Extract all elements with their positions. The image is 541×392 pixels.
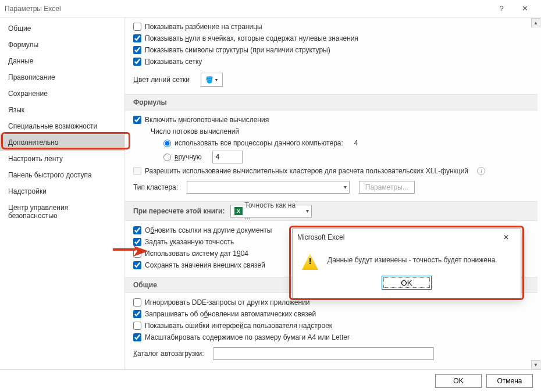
label-grid-color: Цвет линий сетки bbox=[133, 76, 190, 84]
warning-icon bbox=[302, 254, 318, 270]
sidebar-item-advanced[interactable]: Дополнительно bbox=[0, 134, 124, 151]
content-pane: Показывать разбиение на страницы Показыв… bbox=[125, 17, 541, 369]
label-date-1904: Использовать систему дат 1904 bbox=[145, 250, 248, 258]
checkbox-set-precision[interactable] bbox=[133, 238, 141, 246]
checkbox-show-outline[interactable] bbox=[133, 46, 141, 54]
info-icon[interactable]: i bbox=[477, 167, 485, 175]
label-show-zero: Показывать нули в ячейках, которые содер… bbox=[145, 34, 358, 42]
manual-thread-input[interactable] bbox=[212, 151, 243, 163]
paint-bucket-icon: 🪣 bbox=[205, 76, 213, 84]
sidebar-item-language[interactable]: Язык bbox=[0, 102, 124, 118]
workbook-dropdown[interactable]: XТочность как на ... bbox=[230, 205, 312, 218]
sidebar-item-accessibility[interactable]: Специальные возможности bbox=[0, 118, 124, 134]
radio-manual-procs[interactable] bbox=[163, 154, 171, 161]
label-show-outline: Показывать символы структуры (при наличи… bbox=[145, 46, 330, 54]
checkbox-allow-xll bbox=[133, 167, 141, 175]
sidebar-item-formulas[interactable]: Формулы bbox=[0, 37, 124, 53]
sidebar-item-general[interactable]: Общие bbox=[0, 20, 124, 37]
sidebar-item-addins[interactable]: Надстройки bbox=[0, 183, 124, 199]
label-ask-links: Запрашивать об обновлении автоматических… bbox=[145, 310, 316, 318]
checkbox-date-1904[interactable] bbox=[133, 250, 141, 258]
dialog-footer: OK Отмена bbox=[0, 369, 541, 391]
radio-use-all-procs[interactable] bbox=[163, 140, 171, 147]
grid-color-picker[interactable]: 🪣 ▾ bbox=[201, 73, 223, 87]
checkbox-multithread[interactable] bbox=[133, 116, 141, 124]
proc-count-value: 4 bbox=[354, 139, 358, 147]
ok-button[interactable]: OK bbox=[435, 374, 482, 388]
label-allow-xll: Разрешить использование вычислительных к… bbox=[145, 167, 468, 175]
sidebar-item-save[interactable]: Сохранение bbox=[0, 85, 124, 102]
sidebar-item-quick-access[interactable]: Панель быстрого доступа bbox=[0, 167, 124, 183]
excel-icon: X bbox=[234, 207, 242, 215]
label-addin-errors: Показывать ошибки интерфейса пользовател… bbox=[145, 322, 332, 330]
cancel-button[interactable]: Отмена bbox=[486, 374, 533, 388]
close-button[interactable]: ✕ bbox=[513, 1, 536, 17]
checkbox-addin-errors[interactable] bbox=[133, 322, 141, 330]
cluster-type-dropdown[interactable] bbox=[187, 181, 350, 194]
label-use-all-procs: использовать все процессоры данного комп… bbox=[175, 139, 343, 147]
label-manual-procs: вручную bbox=[175, 153, 202, 161]
checkbox-scale-paper[interactable] bbox=[133, 333, 141, 341]
section-header-formulas: Формулы bbox=[125, 94, 538, 111]
label-set-precision: Задать указанную точность bbox=[145, 238, 234, 246]
checkbox-show-zero[interactable] bbox=[133, 34, 141, 42]
help-button[interactable]: ? bbox=[490, 1, 513, 17]
checkbox-show-page-breaks[interactable] bbox=[133, 23, 141, 31]
label-ignore-dde: Игнорировать DDE-запросы от других прило… bbox=[145, 298, 310, 307]
label-show-grid: Показывать сетку bbox=[145, 58, 202, 66]
workbook-name: Точность как на ... bbox=[245, 199, 300, 223]
section-header-recalc: При пересчете этой книги: XТочность как … bbox=[125, 201, 538, 221]
sidebar-item-trust-center[interactable]: Центр управления безопасностью bbox=[0, 199, 124, 224]
titlebar: Параметры Excel ? ✕ bbox=[0, 0, 541, 17]
window-title: Параметры Excel bbox=[5, 5, 490, 13]
scrollbar-up-button[interactable]: ▲ bbox=[531, 18, 540, 27]
autoload-path-input[interactable] bbox=[213, 347, 434, 360]
label-scale-paper: Масштабировать содержимое по размеру бум… bbox=[145, 333, 350, 341]
warning-dialog: Microsoft Excel ✕ Данные будут изменены … bbox=[292, 229, 521, 298]
sidebar-item-customize-ribbon[interactable]: Настроить ленту bbox=[0, 151, 124, 167]
label-thread-count: Число потоков вычислений bbox=[151, 127, 239, 136]
scrollbar-down-button[interactable]: ▼ bbox=[531, 360, 540, 369]
label-update-links: Обновить ссылки на другие документы bbox=[145, 226, 272, 234]
checkbox-update-links[interactable] bbox=[133, 226, 141, 234]
sidebar-item-proofing[interactable]: Правописание bbox=[0, 69, 124, 85]
sidebar-item-data[interactable]: Данные bbox=[0, 53, 124, 69]
checkbox-ask-links[interactable] bbox=[133, 310, 141, 318]
checkbox-show-grid[interactable] bbox=[133, 58, 141, 66]
sidebar: Общие Формулы Данные Правописание Сохран… bbox=[0, 17, 125, 369]
cluster-params-button: Параметры... bbox=[359, 181, 415, 194]
dialog-ok-button[interactable]: OK bbox=[382, 276, 432, 290]
checkbox-ignore-dde[interactable] bbox=[133, 298, 141, 307]
dialog-title: Microsoft Excel bbox=[297, 233, 496, 241]
checkbox-save-external[interactable] bbox=[133, 261, 141, 269]
label-show-page-breaks: Показывать разбиение на страницы bbox=[145, 23, 262, 31]
label-save-external: Сохранять значения внешних связей bbox=[145, 261, 265, 269]
label-autoload: Каталог автозагрузки: bbox=[133, 350, 204, 358]
dialog-message: Данные будут изменены - точность будет п… bbox=[328, 254, 497, 264]
label-multithread: Включить многопоточные вычисления bbox=[145, 116, 269, 124]
recalc-header-label: При пересчете этой книги: bbox=[133, 207, 225, 215]
label-cluster-type: Тип кластера: bbox=[133, 183, 178, 191]
dialog-close-button[interactable]: ✕ bbox=[496, 233, 516, 241]
